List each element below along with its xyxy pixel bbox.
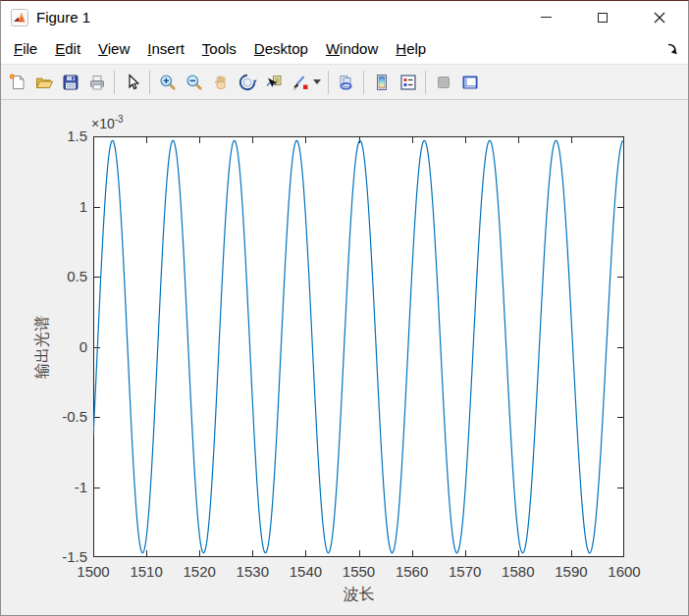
y-tick-label: 1.5 <box>32 128 87 144</box>
brush-data-icon <box>291 73 310 92</box>
link-plot-button[interactable] <box>333 69 359 96</box>
menu-file[interactable]: File <box>5 40 46 57</box>
minimize-icon <box>541 17 552 18</box>
toolbar-separator <box>114 71 115 94</box>
axes-plot-box[interactable] <box>93 136 624 557</box>
maximize-button[interactable] <box>574 1 631 33</box>
zoom-in-icon <box>158 73 178 92</box>
new-figure-icon <box>8 73 27 92</box>
show-plot-tools-dock-button[interactable] <box>456 69 483 96</box>
save-figure-icon <box>61 73 80 92</box>
zoom-out-button[interactable] <box>181 69 207 96</box>
maximize-icon <box>598 13 608 23</box>
y-tick-label: 0.5 <box>32 269 87 284</box>
insert-colorbar-icon <box>372 73 392 92</box>
x-axis-label: 波长 <box>93 585 624 605</box>
insert-legend-button[interactable] <box>395 69 421 96</box>
data-cursor-button[interactable] <box>260 69 287 96</box>
toolbar-separator <box>149 71 150 94</box>
minimize-button[interactable] <box>517 1 574 33</box>
title-bar: Figure 1 <box>1 1 688 33</box>
zoom-out-icon <box>185 73 204 92</box>
matlab-logo-icon <box>11 9 28 26</box>
dock-arrow-icon[interactable] <box>664 41 680 57</box>
menu-bar: File Edit View Insert Tools Desktop Wind… <box>1 33 688 65</box>
pan-button[interactable] <box>207 69 234 96</box>
figure-toolbar <box>1 65 688 100</box>
close-button[interactable] <box>631 1 688 33</box>
brush-dropdown-caret[interactable] <box>313 79 321 84</box>
close-icon <box>654 12 665 24</box>
edit-plot-button[interactable] <box>119 69 145 96</box>
y-tick-label: -0.5 <box>32 409 87 425</box>
open-file-icon <box>34 73 54 92</box>
print-figure-icon <box>87 73 107 92</box>
y-tick-label: 0 <box>32 339 87 355</box>
toolbar-separator <box>328 71 329 94</box>
hide-plot-tools-icon <box>434 73 453 92</box>
save-figure-button[interactable] <box>57 69 83 96</box>
edit-plot-arrow-icon <box>123 73 142 92</box>
rotate-3d-button[interactable] <box>234 69 260 96</box>
window-controls <box>517 1 688 33</box>
brush-data-button[interactable] <box>287 69 313 96</box>
window-title: Figure 1 <box>36 9 90 26</box>
toolbar-separator <box>363 71 364 94</box>
y-tick-label: 1 <box>32 199 87 215</box>
figure-window: Figure 1 File Edit View Insert Tools Des… <box>0 0 689 616</box>
x-tick-label: 1600 <box>593 564 656 580</box>
menu-tools[interactable]: Tools <box>193 40 245 57</box>
new-figure-button[interactable] <box>4 69 30 96</box>
data-cursor-icon <box>264 73 284 92</box>
link-plot-icon <box>337 73 356 92</box>
insert-colorbar-button[interactable] <box>368 69 395 96</box>
y-tick-label: -1 <box>32 480 87 495</box>
menu-edit[interactable]: Edit <box>46 40 89 57</box>
menu-window[interactable]: Window <box>317 40 387 57</box>
menu-view[interactable]: View <box>89 40 138 57</box>
menu-help[interactable]: Help <box>387 40 435 57</box>
spectrum-line-chart <box>93 136 624 557</box>
print-figure-button[interactable] <box>83 69 110 96</box>
menu-desktop[interactable]: Desktop <box>245 40 317 57</box>
menu-insert[interactable]: Insert <box>138 40 193 57</box>
rotate-3d-icon <box>238 73 257 92</box>
toolbar-separator <box>425 71 426 94</box>
insert-legend-icon <box>398 73 418 92</box>
figure-canvas: ×10-3 输出光谱 波长 1.510.50-0.5-1-1.5 1500151… <box>1 100 688 616</box>
show-plot-tools-dock-icon <box>460 73 480 92</box>
open-file-button[interactable] <box>30 69 57 96</box>
y-axis-exponent-label: ×10-3 <box>91 114 124 131</box>
zoom-in-button[interactable] <box>154 69 181 96</box>
pan-hand-icon <box>211 73 231 92</box>
hide-plot-tools-button[interactable] <box>430 69 456 96</box>
